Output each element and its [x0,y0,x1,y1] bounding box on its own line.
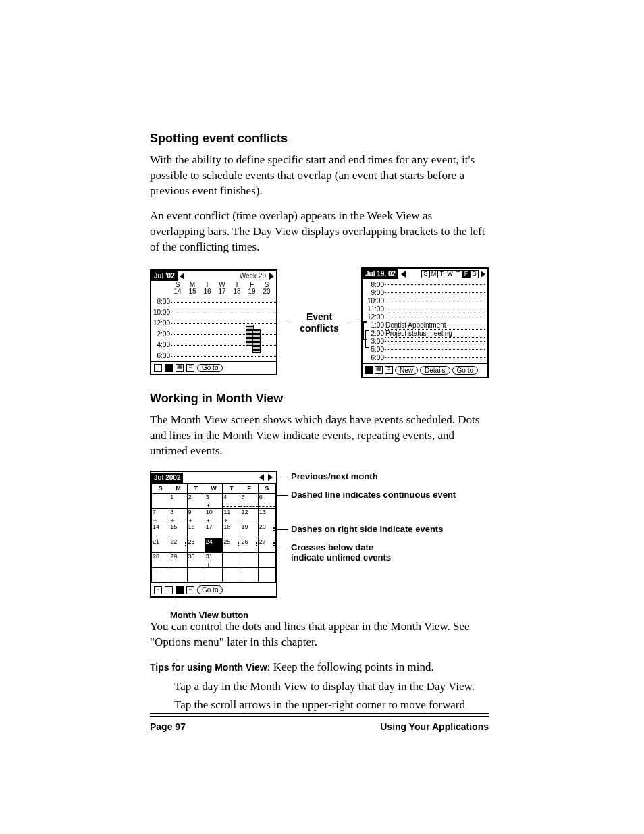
agenda-view-icon[interactable]: ≡ [186,586,194,594]
week-view-icon[interactable] [165,586,173,594]
month-view-icon[interactable]: ≡ [385,366,393,374]
day-view-icon[interactable] [365,366,373,374]
chapter-title: Using Your Applications [380,721,489,732]
next-week-icon[interactable] [269,273,274,280]
callout-dashed-line: Dashed line indicates continuous event [291,490,456,500]
heading-spotting-conflicts: Spotting event conflicts [150,132,489,146]
week-title: Jul '02 [151,271,178,281]
day-view-icon[interactable]: · [154,364,162,372]
go-to-button[interactable]: Go to [197,585,223,594]
day-agenda-list: 8:00 9:00 10:00 11:00 12:00 1:00Dentist … [363,280,487,363]
para-conflicts-2: An event conflict (time overlap) appears… [150,209,489,255]
conflict-bracket [365,330,369,348]
month-calendar-grid[interactable]: SMTWTFS 1 2 3 4 5 6 7 8 9 10 11 1 [151,483,276,583]
details-button[interactable]: Details [420,366,450,375]
document-page: Spotting event conflicts With the abilit… [0,0,644,834]
month-callouts: Previous/next month Dashed line indicate… [277,471,456,598]
callout-dashes-right: Dashes on right side indicate events [291,525,443,535]
day-view-icon[interactable]: · [154,586,162,594]
day-title: Jul 19, 02 [363,269,398,279]
month-view-screenshot: Jul 2002 SMTWTFS 1 2 3 4 5 6 [150,471,277,598]
week-view-screenshot: Jul '02 Week 29 S M T W T F S 14 15 16 1… [150,269,277,375]
week-number-label: Week 29 [240,273,267,280]
event-project-status[interactable]: Project status meeting [385,330,485,338]
tips-label: Tips for using Month View [150,662,267,673]
week-view-icon[interactable] [165,364,173,372]
tips-line: Tips for using Month View: Keep the foll… [150,660,489,675]
figure-week-day-conflicts: Jul '02 Week 29 S M T W T F S 14 15 16 1… [150,267,489,378]
para-month-1: The Month View screen shows which days h… [150,413,489,459]
event-dentist[interactable]: Dentist Appointment [385,321,485,330]
week-day-headers: S M T W T F S [151,282,276,288]
month-title: Jul 2002 [151,473,183,483]
event-conflicts-callout: Event conflicts [293,311,346,334]
page-number: Page 97 [150,721,186,732]
page-footer: Page 97 Using Your Applications [150,713,489,732]
new-button[interactable]: New [395,366,418,375]
figure-month-view: Jul 2002 SMTWTFS 1 2 3 4 5 6 [150,471,489,598]
prev-week-icon[interactable] [180,273,184,280]
day-view-screenshot: Jul 19, 02 S M T W T F S 8:00 9:00 10:00 [361,267,489,378]
prev-month-icon[interactable] [259,474,264,481]
callout-crosses-2: indicate untimed events [291,553,391,563]
tip-item-1: Tap a day in the Month View to display t… [150,679,489,695]
callout-crosses-1: Crosses below date [291,543,373,553]
agenda-view-icon[interactable]: ≡ [186,364,194,372]
next-month-icon[interactable] [268,474,273,481]
callout-prev-next: Previous/next month [291,472,378,482]
week-view-icon[interactable]: ▦ [375,366,383,374]
go-to-button[interactable]: Go to [197,364,223,372]
para-month-control: You can control the dots and lines that … [150,619,489,650]
event-bar [252,329,261,353]
prev-day-icon[interactable] [401,271,406,278]
go-to-button[interactable]: Go to [452,366,478,375]
callout-month-view-button: Month View button [150,600,489,620]
heading-month-view: Working in Month View [150,392,489,406]
month-button-pointer: Month View button [150,600,489,619]
month-view-icon[interactable]: ▦ [176,364,184,372]
next-day-icon[interactable] [481,271,485,278]
tip-item-2: Tap the scroll arrows in the upper-right… [150,698,489,713]
para-conflicts-1: With the ability to define specific star… [150,153,489,199]
month-view-icon[interactable] [176,586,184,594]
day-of-week-selector[interactable]: S M T W T F S [421,270,479,278]
week-date-headers: 14 15 16 17 18 19 20 [151,288,276,295]
